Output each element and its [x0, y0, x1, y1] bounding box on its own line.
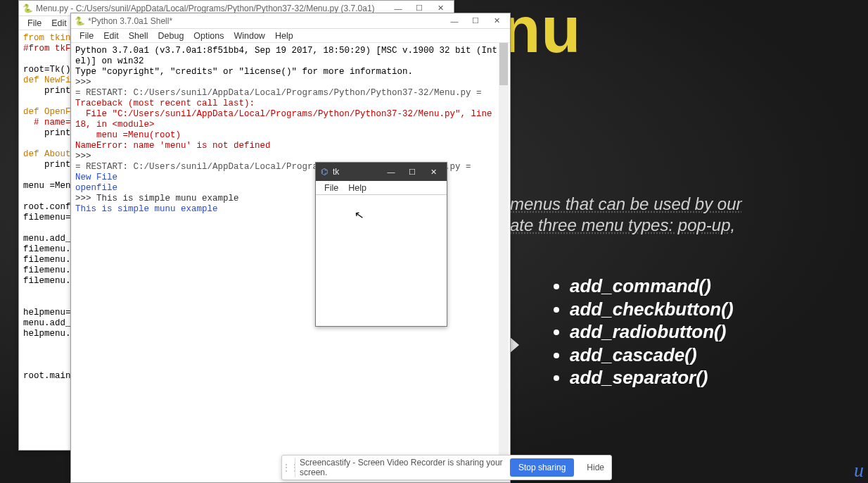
minimize-button[interactable]: —	[381, 165, 402, 179]
minimize-button[interactable]: —	[444, 14, 465, 28]
slide-body-text: menus that can be used by our ate three …	[510, 194, 742, 236]
list-item: add_radiobutton()	[570, 320, 734, 344]
scrollbar-thumb[interactable]	[499, 43, 508, 85]
menu-file[interactable]: File	[75, 30, 98, 42]
shell-scrollbar[interactable]: ▴ ▾	[499, 43, 509, 468]
close-button[interactable]: ✕	[486, 14, 507, 28]
menu-options[interactable]: Options	[189, 30, 228, 42]
tk-menu-file[interactable]: File	[320, 182, 343, 194]
menu-file[interactable]: File	[23, 17, 46, 30]
tk-menu-help[interactable]: Help	[344, 182, 371, 194]
list-item: add_separator()	[570, 366, 734, 389]
stop-sharing-button[interactable]: Stop sharing	[510, 458, 574, 477]
shell-titlebar[interactable]: 🐍 *Python 3.7.0a1 Shell* — ☐ ✕	[71, 13, 510, 29]
close-button[interactable]: ✕	[423, 165, 444, 179]
tk-icon: ⌬	[319, 166, 330, 177]
editor-title: Menu.py - C:/Users/sunil/AppData/Local/P…	[36, 4, 388, 13]
screenshare-message: Screencastify - Screen Video Recorder is…	[295, 458, 510, 477]
list-item: add_checkbutton()	[570, 298, 734, 321]
chevron-right-icon[interactable]	[509, 337, 519, 353]
menu-edit[interactable]: Edit	[99, 30, 123, 42]
drag-handle-icon[interactable]: ⋮⋮	[282, 463, 295, 472]
shell-menubar: File Edit Shell Debug Options Window Hel…	[71, 29, 510, 43]
menu-shell[interactable]: Shell	[125, 30, 153, 42]
python-icon: 🐍	[74, 15, 85, 27]
maximize-button[interactable]: ☐	[465, 14, 486, 28]
list-item: add_cascade()	[570, 344, 734, 367]
menu-window[interactable]: Window	[229, 30, 269, 42]
maximize-button[interactable]: ☐	[402, 165, 423, 179]
tk-window: ⌬ tk — ☐ ✕ File Help	[315, 162, 447, 327]
python-icon: 🐍	[22, 3, 33, 14]
screenshare-bar: ⋮⋮ Screencastify - Screen Video Recorder…	[281, 455, 612, 480]
tk-titlebar[interactable]: ⌬ tk — ☐ ✕	[316, 163, 447, 181]
hide-button[interactable]: Hide	[580, 458, 611, 477]
watermark: u	[854, 459, 864, 482]
slide-bullet-list: add_command() add_checkbutton() add_radi…	[556, 275, 734, 389]
menu-edit[interactable]: Edit	[47, 17, 71, 30]
tk-title: tk	[333, 167, 381, 177]
list-item: add_command()	[570, 275, 734, 298]
tk-menubar: File Help	[316, 181, 447, 195]
menu-help[interactable]: Help	[271, 30, 298, 42]
shell-title: *Python 3.7.0a1 Shell*	[88, 16, 444, 26]
menu-debug[interactable]: Debug	[154, 30, 189, 42]
